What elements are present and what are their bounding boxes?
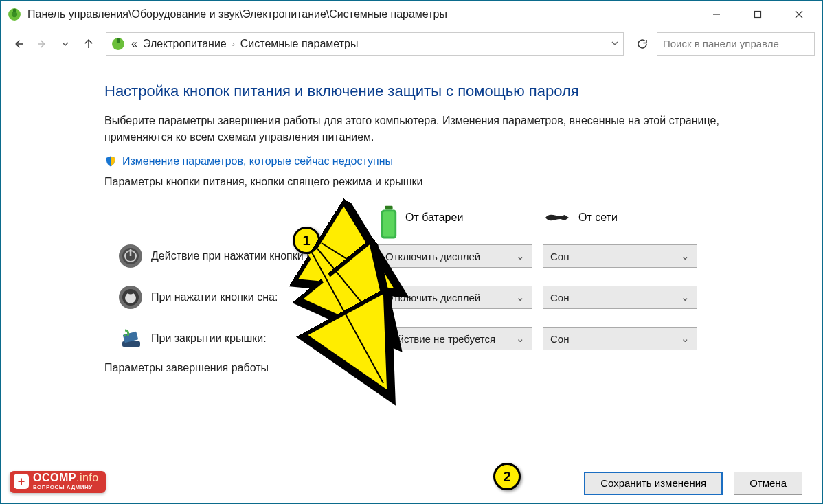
window-title: Панель управления\Оборудование и звук\Эл… [27, 8, 702, 21]
group-legend: Параметры кнопки питания, кнопки спящего… [104, 176, 429, 188]
sleep-button-battery-dropdown[interactable]: Отключить дисплей ⌄ [378, 286, 532, 309]
content-area: Настройка кнопок питания и включение защ… [1, 69, 822, 461]
svg-rect-22 [123, 332, 138, 343]
power-button-battery-dropdown[interactable]: Отключить дисплей ⌄ [378, 244, 532, 268]
save-changes-button[interactable]: Сохранить изменения [584, 472, 723, 495]
power-button-row: Действие при нажатии кнопки питания: Отк… [104, 244, 780, 268]
close-button[interactable] [785, 5, 813, 24]
back-button[interactable] [8, 34, 29, 54]
sleep-button-ac-dropdown[interactable]: Сон ⌄ [543, 286, 697, 309]
svg-rect-14 [383, 211, 395, 236]
sleep-button-icon [118, 285, 143, 310]
uac-link-text: Изменение параметров, которые сейчас нед… [122, 155, 393, 168]
chevron-down-icon: ⌄ [516, 250, 525, 262]
chevron-down-icon: ⌄ [516, 332, 525, 345]
power-options-app-icon [7, 7, 22, 22]
ac-column-header: От сети [544, 209, 709, 226]
plus-icon: + [14, 474, 29, 489]
power-buttons-group: Параметры кнопки питания, кнопки спящего… [104, 183, 780, 351]
window-controls [702, 5, 813, 24]
laptop-lid-icon [118, 326, 143, 351]
maximize-button[interactable] [743, 5, 772, 24]
cancel-button[interactable]: Отмена [734, 472, 802, 495]
chevron-down-icon: ⌄ [681, 250, 690, 262]
watermark-badge: + OCOMP.info ВОПРОСЫ АДМИНУ [10, 471, 106, 493]
battery-icon [379, 204, 398, 231]
row-label: Действие при нажатии кнопки питания: [151, 250, 378, 262]
change-unavailable-settings-link[interactable]: Изменение параметров, которые сейчас нед… [104, 155, 780, 168]
row-label: При нажатии кнопки сна: [151, 291, 378, 303]
power-button-ac-dropdown[interactable]: Сон ⌄ [543, 244, 697, 268]
page-description: Выберите параметры завершения работы для… [104, 113, 780, 146]
forward-button[interactable] [32, 34, 52, 54]
column-headers: От батареи От сети [104, 204, 780, 231]
chevron-down-icon: ⌄ [681, 332, 690, 345]
footer: Сохранить изменения Отмена [1, 463, 822, 503]
address-dropdown-icon[interactable] [611, 38, 619, 49]
lid-close-ac-dropdown[interactable]: Сон ⌄ [543, 327, 697, 350]
search-placeholder: Поиск в панели управле [663, 38, 779, 49]
up-button[interactable] [78, 34, 99, 54]
ac-plug-icon [544, 209, 572, 226]
breadcrumb-item[interactable]: Системные параметры [240, 38, 359, 50]
lid-close-row: При закрытии крышки: Действие не требует… [104, 326, 780, 351]
breadcrumb-item[interactable]: Электропитание [143, 38, 227, 50]
navbar: « Электропитание › Системные параметры П… [1, 27, 822, 60]
group-legend: Параметры завершения работы [104, 362, 275, 374]
chevron-down-icon: ⌄ [681, 291, 690, 303]
address-bar[interactable]: « Электропитание › Системные параметры [106, 32, 624, 56]
titlebar: Панель управления\Оборудование и звук\Эл… [1, 1, 822, 27]
sleep-button-row: При нажатии кнопки сна: Отключить диспле… [104, 285, 780, 310]
svg-point-2 [12, 12, 17, 17]
svg-rect-12 [385, 206, 392, 210]
breadcrumb-separator-icon: › [232, 39, 235, 49]
uac-shield-icon [104, 155, 117, 168]
chevron-down-icon: ⌄ [516, 291, 525, 303]
refresh-button[interactable] [631, 32, 654, 56]
recent-locations-button[interactable] [55, 34, 76, 54]
row-label: При закрытии крышки: [151, 332, 378, 345]
battery-column-header: От батареи [379, 204, 544, 231]
shutdown-settings-group: Параметры завершения работы [104, 369, 780, 369]
svg-rect-11 [117, 38, 120, 43]
power-button-icon [118, 244, 143, 268]
search-input[interactable]: Поиск в панели управле [657, 32, 815, 56]
svg-rect-4 [755, 12, 761, 18]
breadcrumb-prefix: « [131, 38, 137, 50]
page-title: Настройка кнопок питания и включение защ… [104, 82, 780, 100]
power-options-icon [111, 36, 126, 51]
lid-close-battery-dropdown[interactable]: Действие не требуется ⌄ [378, 327, 532, 350]
minimize-button[interactable] [702, 5, 731, 24]
